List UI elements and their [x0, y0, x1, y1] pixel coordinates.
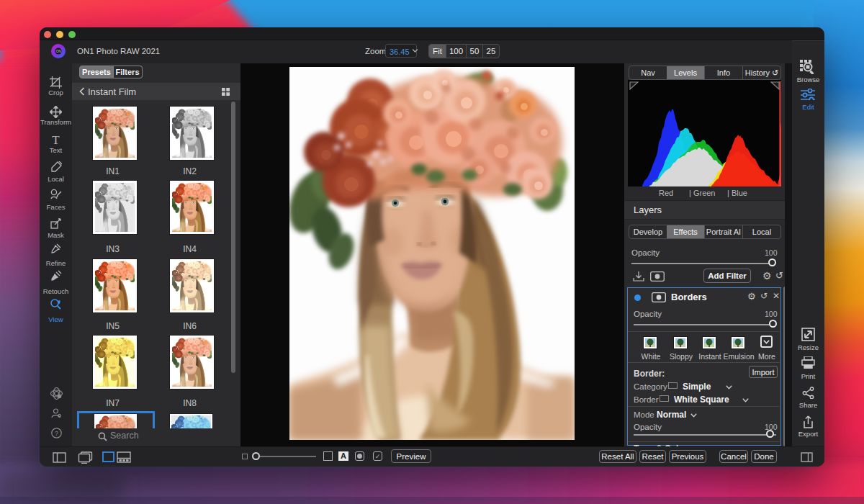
svg-text:ON: ON: [56, 50, 61, 53]
svg-text:?: ?: [55, 430, 58, 437]
